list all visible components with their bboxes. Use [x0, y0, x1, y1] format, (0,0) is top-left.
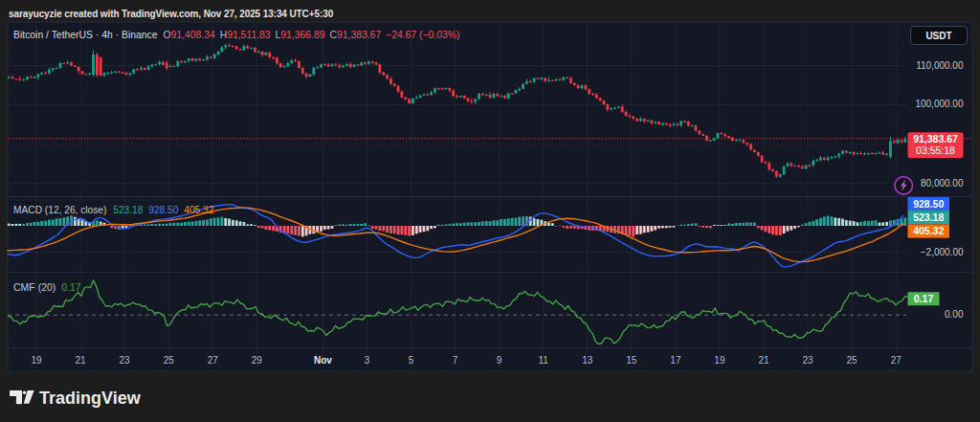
svg-text:23: 23 — [120, 355, 131, 366]
svg-text:21: 21 — [758, 355, 769, 366]
svg-text:0.17: 0.17 — [914, 293, 934, 304]
svg-text:Bitcoin / TetherUS · 4h · Bina: Bitcoin / TetherUS · 4h · Binance O91,40… — [13, 30, 459, 40]
svg-text:23: 23 — [803, 355, 814, 366]
svg-text:5: 5 — [409, 355, 414, 366]
svg-text:405.32: 405.32 — [913, 225, 944, 236]
svg-text:−2,000.00: −2,000.00 — [921, 247, 964, 257]
svg-text:100,000.00: 100,000.00 — [915, 99, 963, 109]
svg-text:27: 27 — [208, 355, 219, 366]
svg-text:3: 3 — [365, 355, 370, 366]
svg-text:CMF (20) 0.17: CMF (20) 0.17 — [13, 281, 81, 293]
svg-text:sarayucyzie created with Tradi: sarayucyzie created with TradingView.com… — [9, 9, 334, 19]
svg-text:91,383.67: 91,383.67 — [913, 133, 958, 144]
svg-text:MACD (12, 26, close) 523.18 92: MACD (12, 26, close) 523.18 928.50 405.3… — [13, 205, 214, 215]
svg-text:11: 11 — [539, 355, 549, 366]
svg-text:19: 19 — [31, 355, 42, 366]
svg-text:TradingView: TradingView — [39, 389, 142, 408]
svg-text:17: 17 — [670, 355, 681, 366]
svg-text:25: 25 — [164, 355, 175, 366]
svg-text:7: 7 — [453, 355, 458, 366]
svg-text:25: 25 — [847, 355, 858, 366]
svg-text:0.00: 0.00 — [945, 309, 964, 320]
svg-text:110,000.00: 110,000.00 — [916, 60, 964, 71]
svg-text:03:55:18: 03:55:18 — [916, 144, 955, 156]
svg-text:928.50: 928.50 — [913, 198, 944, 210]
svg-text:27: 27 — [891, 355, 902, 366]
svg-text:9: 9 — [497, 355, 502, 366]
svg-text:13: 13 — [582, 355, 593, 366]
svg-text:80,000.00: 80,000.00 — [921, 178, 964, 189]
svg-text:523.18: 523.18 — [913, 211, 944, 223]
svg-text:USDT: USDT — [925, 31, 951, 41]
svg-text:Nov: Nov — [314, 355, 332, 366]
svg-text:29: 29 — [252, 355, 263, 366]
svg-text:19: 19 — [714, 355, 725, 366]
svg-text:21: 21 — [76, 355, 87, 366]
svg-text:15: 15 — [626, 355, 637, 366]
